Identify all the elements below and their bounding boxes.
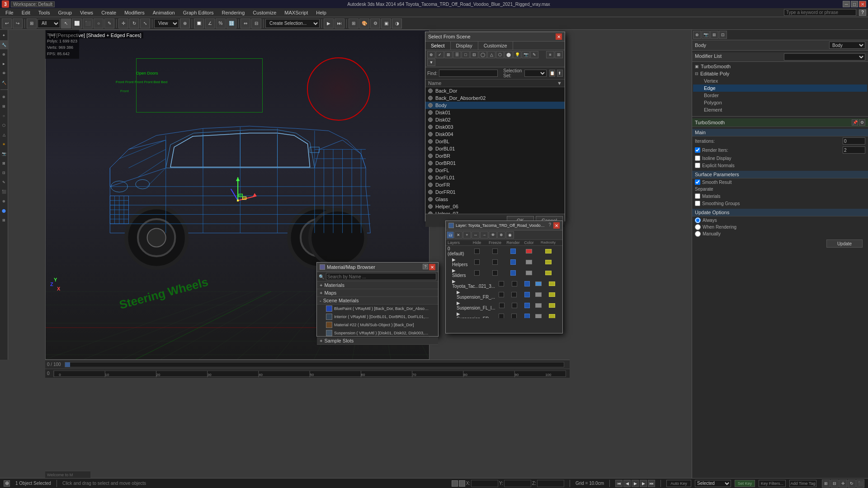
schematic-view[interactable]: ⊞ (349, 19, 359, 28)
layer-radiosity-icon[interactable] (549, 292, 555, 297)
key-filters-button[interactable]: Key Filters... (759, 480, 786, 487)
menu-customize[interactable]: Customize (249, 9, 280, 16)
lasso-select[interactable]: ○ (94, 19, 104, 28)
tools-1[interactable]: ⊕ (0, 92, 9, 101)
y-coord-input[interactable] (504, 480, 531, 487)
select-tab-display[interactable]: Display (451, 42, 478, 50)
menu-rendering[interactable]: Rendering (218, 9, 249, 16)
material-search-input[interactable] (326, 273, 436, 280)
timeline-slider[interactable] (65, 362, 564, 367)
tools-8[interactable]: ⊠ (0, 159, 9, 168)
mat-item-4[interactable]: Suspension ( VRayMtl ) [Disk01, Disk02, … (317, 329, 438, 337)
layer-render-btn[interactable]: ◉ (506, 231, 514, 239)
align[interactable]: ⊟ (251, 19, 261, 28)
select-list-item[interactable]: DorFR01 (425, 188, 565, 196)
workspace-label[interactable]: Workspace: Default (11, 1, 55, 7)
play-animation[interactable]: ▶ (324, 19, 334, 28)
window-crossing[interactable]: ⬛ (83, 19, 93, 28)
layer-hide-check[interactable] (499, 314, 504, 318)
menu-help[interactable]: Help (312, 9, 330, 16)
layer-color-swatch[interactable] (535, 292, 542, 297)
menu-file[interactable]: File (2, 9, 17, 16)
layer-hide-check[interactable] (499, 303, 505, 308)
tools-6[interactable]: ☀ (0, 140, 9, 149)
select-list-item[interactable]: Body (425, 102, 565, 109)
modifier-turbosmoothh[interactable]: ▣ TurboSmooth (693, 63, 867, 70)
select-list-item[interactable]: DorBL (425, 138, 565, 145)
right-tb-3[interactable]: ⊞ (710, 31, 718, 39)
sel-tb-6[interactable]: ⊟ (470, 51, 478, 58)
maps-section-header[interactable]: + Maps (317, 289, 438, 297)
layer-eye-btn[interactable]: 👁 (489, 231, 497, 239)
sel-tb-sort[interactable]: ▼ (427, 59, 435, 66)
layer-list-item[interactable]: ▶ Toyota_Tac...021_3... (446, 278, 562, 289)
layer-radiosity-icon[interactable] (545, 249, 552, 253)
ts-settings-btn[interactable]: ⚙ (859, 119, 865, 126)
select-dialog-header[interactable]: Select From Scene ✕ (425, 32, 565, 42)
layer-radiosity-icon[interactable] (549, 314, 555, 318)
mat-item-2[interactable]: Interior ( VRayMtl ) [DorBL01, DorBR01, … (317, 313, 438, 321)
select-filter[interactable]: ⊞ (27, 19, 37, 28)
sel-tb-4[interactable]: ☰ (453, 51, 461, 58)
undo-button[interactable]: ↩ (2, 19, 12, 28)
z-coord-input[interactable] (537, 480, 564, 487)
play-btn-status[interactable]: ▶ (632, 480, 639, 487)
render-frame[interactable]: ▣ (381, 19, 391, 28)
scene-materials-header[interactable]: - Scene Materials (317, 297, 438, 305)
redo-button[interactable]: ↪ (13, 19, 23, 28)
layer-radiosity-icon[interactable] (549, 282, 555, 286)
maximize-button[interactable]: □ (851, 1, 858, 7)
add-time-tag-button[interactable]: Add Time Tag (789, 480, 816, 487)
key-mode-dropdown[interactable]: Selected (695, 480, 731, 487)
layer-list-item[interactable]: ▶ Suspension_FR_... (446, 311, 562, 318)
layer-manager-close[interactable]: ✕ (553, 222, 560, 229)
layer-color-swatch[interactable] (535, 303, 542, 308)
layer-list-item[interactable]: ▶ Helpers (446, 257, 562, 267)
layer-radiosity-icon[interactable] (545, 271, 552, 275)
zoom-extents-btn[interactable]: ⊞ (822, 479, 830, 488)
sel-tb-13[interactable]: ✎ (530, 51, 538, 58)
modifier-vertex[interactable]: Vertex (693, 77, 867, 84)
menu-search-input[interactable] (784, 9, 856, 16)
sel-tb-grid[interactable]: ⊞ (555, 51, 563, 58)
coord-icon[interactable] (452, 480, 458, 487)
x-coord-input[interactable] (471, 480, 498, 487)
modify-tab[interactable]: 🔧 (0, 40, 9, 49)
layer-render-icon[interactable] (510, 270, 516, 276)
sample-slots-section[interactable]: + Sample Slots (317, 337, 438, 345)
select-rotate[interactable]: ↻ (129, 19, 139, 28)
material-browser-header[interactable]: Material/Map Browser ? ✕ (317, 263, 438, 272)
motion-tab[interactable]: ► (0, 59, 9, 68)
menu-maxscript[interactable]: MAXScript (281, 9, 311, 16)
help-icon[interactable]: ? (859, 9, 866, 16)
named-selection-dropdown[interactable]: Create Selection... (265, 19, 320, 28)
select-list-item[interactable]: Back_Dor (425, 87, 565, 94)
sel-tb-2[interactable]: ✓ (436, 51, 444, 58)
layer-radiosity-icon[interactable] (545, 260, 552, 264)
zoom-all-btn[interactable]: ⊟ (830, 479, 839, 488)
tools-11[interactable]: ⬛ (0, 187, 9, 196)
layer-list-item[interactable]: ▶ Suspension_FL_l... (446, 300, 562, 311)
select-list-item[interactable]: DorBL01 (425, 145, 565, 152)
modifier-edge[interactable]: Edge (693, 84, 867, 92)
layer-render-icon[interactable] (510, 249, 516, 254)
layer-help-btn[interactable]: ? (547, 222, 552, 229)
maps-section[interactable]: + Maps (317, 289, 438, 297)
select-list-item[interactable]: Disk003 (425, 123, 565, 131)
sel-tb-12[interactable]: 📷 (522, 51, 530, 58)
tools-13[interactable]: ⬤ (0, 206, 9, 215)
create-tab[interactable]: ✦ (0, 31, 9, 40)
sel-tb-7[interactable]: ◯ (479, 51, 487, 58)
layer-list-item[interactable]: 0 (default) (446, 246, 562, 257)
layer-hide-check[interactable] (474, 270, 480, 276)
explicit-normals-checkbox[interactable] (695, 163, 700, 168)
select-list-item[interactable]: Disk02 (425, 116, 565, 123)
percent-snap[interactable]: % (216, 19, 226, 28)
iterations-input[interactable] (843, 137, 865, 145)
use-pivot[interactable]: ⊕ (180, 19, 190, 28)
timeline-bar[interactable]: 0 / 100 (45, 360, 570, 369)
paint-select[interactable]: ✎ (104, 19, 114, 28)
render-setup[interactable]: ⚙ (370, 19, 380, 28)
right-tb-2[interactable]: 📷 (702, 31, 710, 39)
materials-section[interactable]: + Materials (317, 282, 438, 289)
